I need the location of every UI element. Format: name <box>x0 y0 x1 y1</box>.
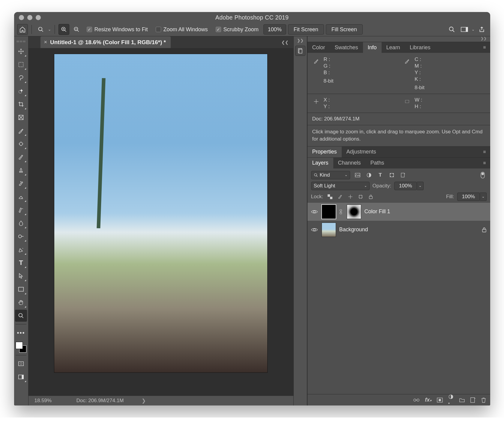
brush-tool[interactable] <box>15 151 27 163</box>
healing-brush-tool[interactable] <box>15 138 27 150</box>
hand-tool[interactable] <box>15 296 27 308</box>
zoom-tool[interactable] <box>15 310 27 322</box>
layer-name[interactable]: Color Fill 1 <box>364 208 390 215</box>
delete-layer-icon[interactable] <box>481 397 486 403</box>
edit-toolbar-button[interactable]: ••• <box>15 327 27 339</box>
screen-mode-button[interactable] <box>15 371 27 383</box>
layer-mask-link-icon[interactable] <box>339 209 344 214</box>
tab-libraries[interactable]: Libraries <box>405 42 435 53</box>
filter-adjustment-icon[interactable] <box>365 171 373 179</box>
lasso-tool[interactable] <box>15 72 27 84</box>
fit-screen-button[interactable]: Fit Screen <box>288 24 324 35</box>
close-tab-icon[interactable]: × <box>44 39 47 45</box>
collapse-left-icon[interactable]: ❮❮ <box>277 40 293 45</box>
filter-shape-icon[interactable] <box>388 171 396 179</box>
pen-tool[interactable] <box>15 244 27 256</box>
layer-visibility-icon[interactable] <box>311 209 318 214</box>
tab-learn[interactable]: Learn <box>382 42 405 53</box>
scrubby-zoom-checkbox[interactable]: ✓ Scrubby Zoom <box>213 26 262 33</box>
tab-info[interactable]: Info <box>363 42 382 53</box>
blur-tool[interactable] <box>15 217 27 229</box>
filter-pixel-icon[interactable] <box>354 171 362 179</box>
filter-toggle-switch[interactable] <box>479 171 487 179</box>
frame-tool[interactable] <box>15 111 27 123</box>
opacity-field[interactable]: 100% <box>394 182 417 190</box>
layer-thumbnail[interactable] <box>322 223 336 237</box>
tab-properties[interactable]: Properties <box>308 147 342 157</box>
eraser-tool[interactable] <box>15 191 27 203</box>
fill-field[interactable]: 100% <box>457 193 480 201</box>
tab-layers[interactable]: Layers <box>308 158 333 168</box>
document-info-readout[interactable]: Doc: 206.9M/274.1M <box>64 398 124 404</box>
new-layer-icon[interactable] <box>470 397 476 403</box>
lock-image-icon[interactable] <box>336 193 344 200</box>
add-mask-icon[interactable] <box>437 398 443 402</box>
zoom-out-button[interactable] <box>71 24 82 35</box>
tool-preset-zoom-icon[interactable] <box>35 24 46 35</box>
workspace-dropdown-icon[interactable]: ⌄ <box>472 27 475 32</box>
crop-tool[interactable] <box>15 98 27 110</box>
layer-fill-thumbnail[interactable] <box>322 205 336 219</box>
panel-menu-icon[interactable]: ≡ <box>479 158 490 168</box>
rectangle-tool[interactable] <box>15 283 27 295</box>
home-button[interactable] <box>17 24 28 35</box>
foreground-color-swatch[interactable] <box>16 342 23 349</box>
move-tool[interactable] <box>15 45 27 57</box>
tool-preset-dropdown-icon[interactable]: ⌄ <box>48 27 51 32</box>
layer-locked-icon[interactable] <box>482 227 487 232</box>
status-bar-menu-icon[interactable]: ❯ <box>142 398 146 404</box>
zoom-percentage-field[interactable]: 100% <box>263 24 286 35</box>
tab-paths[interactable]: Paths <box>366 158 389 168</box>
blend-mode-dropdown[interactable]: Soft Light ⌄ <box>311 182 370 190</box>
expand-dock-icon[interactable]: ❯❯ <box>297 38 304 43</box>
fill-screen-button[interactable]: Fill Screen <box>326 24 363 35</box>
lock-transparency-icon[interactable] <box>326 193 334 200</box>
document-tab[interactable]: × Untitled-1 @ 18.6% (Color Fill 1, RGB/… <box>40 36 171 48</box>
history-panel-icon[interactable] <box>295 46 305 56</box>
share-button[interactable] <box>476 24 487 35</box>
layer-row[interactable]: Color Fill 1 <box>308 203 490 221</box>
eyedropper-tool[interactable] <box>15 125 27 137</box>
lock-artboard-icon[interactable] <box>357 193 364 200</box>
workspace-switcher-button[interactable] <box>459 24 470 35</box>
quick-selection-tool[interactable] <box>15 85 27 97</box>
filter-smartobject-icon[interactable] <box>399 171 407 179</box>
quick-mask-button[interactable] <box>15 358 27 370</box>
search-button[interactable] <box>446 24 457 35</box>
history-brush-tool[interactable] <box>15 178 27 190</box>
canvas-image[interactable] <box>54 54 267 372</box>
type-tool[interactable]: T <box>15 257 27 269</box>
panel-menu-icon[interactable]: ≡ <box>479 42 490 53</box>
gradient-tool[interactable] <box>15 204 27 216</box>
layer-name[interactable]: Background <box>339 226 368 233</box>
link-layers-icon[interactable] <box>413 398 419 402</box>
tab-color[interactable]: Color <box>308 42 330 53</box>
tab-channels[interactable]: Channels <box>333 158 366 168</box>
layer-visibility-icon[interactable] <box>311 227 318 232</box>
filter-type-icon[interactable]: T <box>376 171 384 179</box>
zoom-in-button[interactable] <box>58 24 69 35</box>
new-group-icon[interactable] <box>459 398 465 402</box>
layer-filter-kind-dropdown[interactable]: Kind ⌄ <box>311 171 350 179</box>
collapse-panels-icon[interactable]: ❯❯ <box>308 36 490 42</box>
layer-mask-thumbnail[interactable] <box>347 205 361 219</box>
fill-dropdown-icon[interactable]: ⌄ <box>480 193 487 201</box>
layer-style-icon[interactable]: fx▾ <box>425 397 431 403</box>
clone-stamp-tool[interactable] <box>15 164 27 176</box>
dodge-tool[interactable] <box>15 230 27 242</box>
foreground-background-colors[interactable] <box>16 342 26 353</box>
panel-menu-icon[interactable]: ≡ <box>479 147 490 157</box>
lock-position-icon[interactable] <box>346 193 354 200</box>
layer-row[interactable]: Background <box>308 221 490 239</box>
zoom-level-field[interactable]: 18.59% <box>28 398 64 404</box>
toolbox-grip[interactable] <box>16 41 26 42</box>
zoom-all-windows-checkbox[interactable]: Zoom All Windows <box>153 26 211 33</box>
tab-swatches[interactable]: Swatches <box>330 42 363 53</box>
marquee-tool[interactable] <box>15 59 27 71</box>
resize-windows-checkbox[interactable]: ✓ Resize Windows to Fit <box>84 26 151 33</box>
new-adjustment-layer-icon[interactable]: ▾ <box>448 394 454 405</box>
tab-adjustments[interactable]: Adjustments <box>342 147 381 157</box>
lock-all-icon[interactable] <box>367 193 375 200</box>
opacity-dropdown-icon[interactable]: ⌄ <box>417 182 424 190</box>
path-selection-tool[interactable] <box>15 270 27 282</box>
